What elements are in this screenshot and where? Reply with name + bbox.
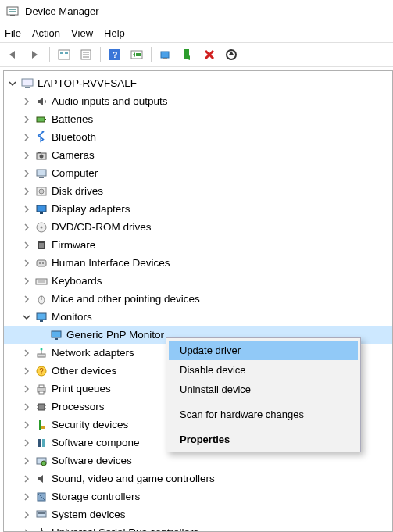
tree-category[interactable]: Sound, video and game controllers xyxy=(4,470,392,487)
forward-button[interactable] xyxy=(25,45,45,64)
svg-rect-3 xyxy=(10,15,15,16)
tree-category[interactable]: Firmware xyxy=(4,236,392,254)
expand-arrow-icon[interactable] xyxy=(21,420,32,430)
expand-arrow-icon[interactable] xyxy=(21,402,32,412)
svg-rect-64 xyxy=(38,439,41,447)
battery-icon xyxy=(34,112,48,127)
expand-arrow-icon[interactable] xyxy=(21,509,32,520)
expand-arrow-icon[interactable] xyxy=(21,204,32,215)
svg-rect-57 xyxy=(38,404,45,410)
tree-category[interactable]: Audio inputs and outputs xyxy=(4,92,392,110)
cpu-icon xyxy=(34,400,48,414)
tree-category[interactable]: Monitors xyxy=(4,308,392,326)
tree-root[interactable]: LAPTOP-RVVFSALF xyxy=(4,74,392,92)
tree-category[interactable]: Bluetooth xyxy=(4,128,392,146)
svg-rect-28 xyxy=(37,170,46,176)
ctx-properties[interactable]: Properties xyxy=(169,430,358,449)
tree-category[interactable]: System devices xyxy=(4,505,392,523)
expand-arrow-icon[interactable] xyxy=(21,240,32,251)
tree-category-label: Audio inputs and outputs xyxy=(52,93,168,110)
svg-rect-21 xyxy=(22,79,33,86)
svg-rect-4 xyxy=(59,50,70,59)
tree-category[interactable]: Display adapters xyxy=(4,200,392,218)
svg-rect-62 xyxy=(39,420,41,430)
ctx-uninstall-device[interactable]: Uninstall device xyxy=(169,380,358,399)
printer-icon xyxy=(34,382,48,396)
svg-point-40 xyxy=(42,262,44,264)
expand-arrow-icon[interactable] xyxy=(21,366,32,377)
expand-arrow-icon[interactable] xyxy=(21,222,32,233)
tree-category[interactable]: Computer xyxy=(4,164,392,182)
enable-device-button[interactable] xyxy=(177,45,198,64)
expand-arrow-icon[interactable] xyxy=(21,132,32,143)
svg-rect-2 xyxy=(9,11,16,12)
expand-arrow-icon[interactable] xyxy=(21,384,32,395)
tree-category[interactable]: Software devices xyxy=(4,452,392,470)
svg-rect-33 xyxy=(40,212,43,214)
ctx-scan-hardware[interactable]: Scan for hardware changes xyxy=(169,405,358,424)
svg-rect-48 xyxy=(52,331,61,337)
disable-device-button[interactable] xyxy=(221,45,241,64)
expand-arrow-icon[interactable] xyxy=(21,114,32,125)
expand-arrow-icon[interactable] xyxy=(21,258,32,269)
menu-view[interactable]: View xyxy=(71,27,93,39)
menu-file[interactable]: File xyxy=(5,27,21,39)
tree-category-label: DVD/CD-ROM drives xyxy=(52,219,152,236)
expand-arrow-icon[interactable] xyxy=(21,168,32,179)
tree-category-label: Disk drives xyxy=(52,183,103,200)
scan-button[interactable] xyxy=(127,45,147,64)
tree-category[interactable]: Human Interface Devices xyxy=(4,254,392,272)
expand-arrow-icon[interactable] xyxy=(21,473,32,484)
device-tree[interactable]: LAPTOP-RVVFSALF Audio inputs and outputs… xyxy=(4,71,392,532)
tree-category-label: Network adapters xyxy=(52,345,134,362)
ctx-divider xyxy=(170,427,356,427)
expand-arrow-icon[interactable] xyxy=(21,96,32,107)
properties-button[interactable] xyxy=(76,45,96,64)
tree-category[interactable]: Storage controllers xyxy=(4,487,392,505)
bluetooth-icon xyxy=(34,130,48,145)
svg-point-39 xyxy=(39,262,41,264)
tree-category-label: Software devices xyxy=(52,452,132,470)
expand-arrow-icon[interactable] xyxy=(7,78,18,89)
tree-category[interactable]: Mice and other pointing devices xyxy=(4,290,392,308)
update-driver-button[interactable] xyxy=(155,45,176,64)
tree-category[interactable]: Disk drives xyxy=(4,182,392,200)
expand-arrow-icon[interactable] xyxy=(21,312,32,323)
show-hidden-button[interactable] xyxy=(54,45,74,64)
expand-arrow-icon[interactable] xyxy=(21,437,32,448)
svg-rect-15 xyxy=(161,52,169,58)
expand-arrow-icon[interactable] xyxy=(21,455,32,466)
tree-category[interactable]: Batteries xyxy=(4,110,392,128)
security-icon xyxy=(34,418,48,432)
menu-action[interactable]: Action xyxy=(32,27,60,39)
expand-arrow-icon[interactable] xyxy=(21,527,32,533)
monitor-icon xyxy=(34,310,48,324)
expand-arrow-icon[interactable] xyxy=(21,294,32,305)
svg-point-26 xyxy=(40,154,44,158)
tree-category[interactable]: Keyboards xyxy=(4,272,392,290)
tree-category[interactable]: Cameras xyxy=(4,146,392,164)
svg-text:?: ? xyxy=(39,367,44,376)
menu-help[interactable]: Help xyxy=(104,27,125,39)
menubar: File Action View Help xyxy=(0,23,393,42)
computer-icon xyxy=(20,77,34,91)
expand-arrow-icon[interactable] xyxy=(21,491,32,502)
tree-category-label: Security devices xyxy=(52,416,128,434)
uninstall-button[interactable] xyxy=(199,45,220,64)
tree-category-label: Other devices xyxy=(52,362,116,380)
expand-arrow-icon[interactable] xyxy=(21,348,32,359)
expand-arrow-icon[interactable] xyxy=(21,150,32,161)
svg-rect-6 xyxy=(65,52,68,54)
tree-category[interactable]: DVD/CD-ROM drives xyxy=(4,218,392,236)
ctx-disable-device[interactable]: Disable device xyxy=(169,360,358,380)
help-button[interactable]: ? xyxy=(105,45,125,64)
back-button[interactable] xyxy=(3,45,23,64)
tree-category-label: Computer xyxy=(52,165,98,182)
optical-icon xyxy=(34,220,48,234)
expand-arrow-icon[interactable] xyxy=(21,276,32,287)
expand-arrow-icon[interactable] xyxy=(21,186,32,197)
svg-point-51 xyxy=(41,348,43,350)
ctx-update-driver[interactable]: Update driver xyxy=(169,341,358,360)
tree-category-label: Software compone xyxy=(52,434,140,452)
tree-category[interactable]: Universal Serial Rus controllers xyxy=(4,523,392,532)
